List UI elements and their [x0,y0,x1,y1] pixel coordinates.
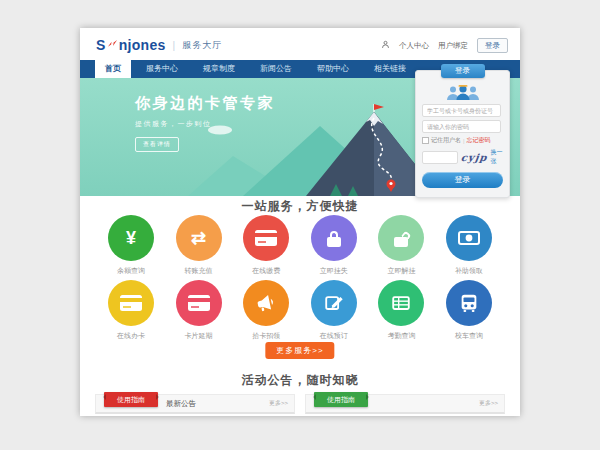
site-logo[interactable]: S njones | 服务大厅 [96,36,222,54]
login-panel: 登录 记住用户名 | 忘记密码 cyjp 换一张 登录 [415,70,510,198]
service-item-attendance[interactable]: 考勤查询 [372,280,430,341]
nav-item-home[interactable]: 首页 [95,60,131,78]
services-row-2: 在线办卡 卡片延期 拾卡招领 在线预订 [102,280,498,341]
panel-right: 使用指南 更多>> [305,394,505,414]
table-icon [378,280,424,326]
service-item-card-renewal[interactable]: 卡片延期 [170,280,228,341]
bank-card-icon [108,280,154,326]
panel-right-header: 使用指南 更多>> [305,394,505,414]
captcha-image: cyjp [460,152,488,163]
service-item-transfer[interactable]: ⇄ 转账充值 [170,215,228,276]
service-item-unfreeze[interactable]: 立即解挂 [372,215,430,276]
logo-divider: | [173,40,176,51]
captcha-input[interactable] [422,151,458,164]
panel-left-header: 使用指南 最新公告 更多>> [95,394,295,414]
panel-left: 使用指南 最新公告 更多>> [95,394,295,414]
guide-ribbon-red[interactable]: 使用指南 [104,392,158,407]
edit-icon [311,280,357,326]
hero-title: 你身边的卡管专家 [135,94,275,113]
logo-text: S [96,37,106,53]
yen-icon: ¥ [108,215,154,261]
latest-news-tab[interactable]: 最新公告 [166,395,196,412]
user-icon [381,40,390,51]
bank-card-icon [243,215,289,261]
services-title: 一站服务，方便快捷 [80,198,520,215]
service-item-lost-found[interactable]: 拾卡招领 [237,280,295,341]
logo-text: njones [119,37,166,53]
announcement-panels: 使用指南 最新公告 更多>> 使用指南 更多>> [95,394,505,414]
service-item-pay[interactable]: 在线缴费 [237,215,295,276]
bus-icon [446,280,492,326]
remember-label: 记住用户名 [431,136,461,145]
divider: | [463,138,465,144]
service-item-report-loss[interactable]: 立即挂失 [305,215,363,276]
username-input[interactable] [422,104,501,117]
forgot-password-link[interactable]: 忘记密码 [467,136,491,145]
header-meta: 个人中心 用户绑定 登录 [381,38,508,53]
remember-row: 记住用户名 | 忘记密码 [422,136,503,145]
user-binding-link[interactable]: 用户绑定 [438,41,468,51]
site-header: S njones | 服务大厅 个人中心 用户绑定 登录 [80,28,520,60]
nav-item-news[interactable]: 新闻公告 [250,60,302,78]
users-group-icon [445,84,481,101]
service-item-balance[interactable]: ¥ 余额查询 [102,215,160,276]
login-submit-button[interactable]: 登录 [422,172,503,188]
yen-glyph: ¥ [126,229,136,247]
logo-tagline: 服务大厅 [182,39,222,52]
transfer-icon: ⇄ [176,215,222,261]
unlock-icon [378,215,424,261]
personal-center-link[interactable]: 个人中心 [399,41,429,51]
service-item-subsidy[interactable]: 补助领取 [440,215,498,276]
announcements-title: 活动公告，随时知晓 [80,372,520,389]
change-captcha-link[interactable]: 换一张 [491,148,503,166]
service-item-school-bus[interactable]: 校车查询 [440,280,498,341]
bank-card-icon [176,280,222,326]
services-row-1: ¥ 余额查询 ⇄ 转账充值 在线缴费 立即挂失 [102,215,498,276]
panel-right-more-link[interactable]: 更多>> [479,395,498,412]
hero-text: 你身边的卡管专家 提供服务，一步到位 查看详情 [135,94,275,152]
remember-checkbox[interactable] [422,137,429,144]
nav-item-service-center[interactable]: 服务中心 [136,60,188,78]
nav-item-help-center[interactable]: 帮助中心 [307,60,359,78]
password-input[interactable] [422,120,501,133]
transfer-glyph: ⇄ [191,229,206,247]
nav-item-rules[interactable]: 规章制度 [193,60,245,78]
banknote-icon [446,215,492,261]
service-item-apply-card[interactable]: 在线办卡 [102,280,160,341]
desktop-background: S njones | 服务大厅 个人中心 用户绑定 登录 首页 服务中心 规章 [0,0,600,450]
header-login-button[interactable]: 登录 [477,38,508,53]
panel-left-more-link[interactable]: 更多>> [269,395,288,412]
lock-icon [311,215,357,261]
login-tab[interactable]: 登录 [441,64,485,78]
captcha-row: cyjp 换一张 [422,148,503,166]
megaphone-icon [243,280,289,326]
guide-ribbon-green[interactable]: 使用指南 [314,392,368,407]
logo-arrow-icon [107,36,118,54]
service-hall-page: S njones | 服务大厅 个人中心 用户绑定 登录 首页 服务中心 规章 [80,28,520,416]
hero-cta-button[interactable]: 查看详情 [135,137,179,152]
nav-item-links[interactable]: 相关链接 [364,60,416,78]
service-item-booking[interactable]: 在线预订 [305,280,363,341]
more-services-button[interactable]: 更多服务>> [265,342,334,359]
hero-subtitle: 提供服务，一步到位 [135,119,275,129]
